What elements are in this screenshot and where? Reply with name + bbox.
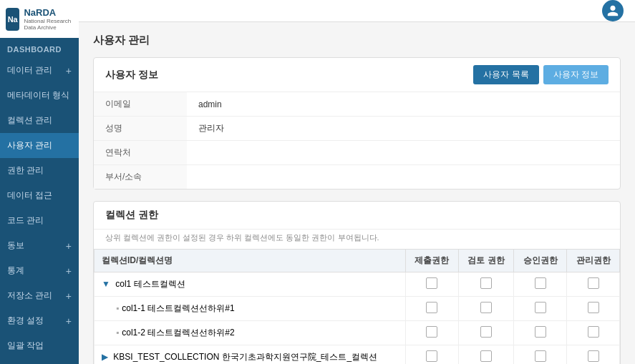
user-info-button[interactable]: 사용자 정보 — [543, 65, 609, 84]
manage-checkbox[interactable] — [588, 350, 599, 362]
review-checkbox[interactable] — [480, 302, 492, 313]
user-info-buttons: 사용자 목록 사용자 정보 — [473, 65, 609, 84]
dashboard-label: DASHBOARD — [0, 38, 79, 58]
table-row: 부서/소속 — [94, 165, 620, 190]
field-value-dept — [187, 165, 620, 190]
sidebar-item-user-management[interactable]: 사용자 관리 — [0, 133, 79, 158]
table-row: ▶ KBSI_TEST_COLLECTION 한국기초과학지원연구院_테스트_컬… — [94, 345, 620, 365]
field-label-name: 성명 — [94, 117, 187, 141]
page-title: 사용자 관리 — [93, 34, 621, 47]
table-row: ▪col1-1 테스트컬렉션선하위#1 — [94, 297, 620, 321]
collection-desc: 상위 컬렉션에 권한이 설정된 경우 하위 컬렉션에도 동일한 권한이 부여됩니… — [94, 230, 620, 249]
collection-name: KBSI_TEST_COLLECTION 한국기초과학지원연구院_테스트_컬렉션 — [111, 352, 377, 362]
field-value-name: 관리자 — [187, 117, 620, 141]
table-row: ▪col1-2 테스트컬렉션선하위#2 — [94, 321, 620, 345]
user-info-title: 사용자 정보 — [105, 69, 158, 82]
topbar — [79, 0, 635, 22]
user-list-button[interactable]: 사용자 목록 — [473, 65, 538, 84]
user-info-header: 사용자 정보 사용자 목록 사용자 정보 — [94, 58, 620, 92]
col-header-submit: 제출권한 — [405, 250, 458, 272]
user-info-section: 사용자 정보 사용자 목록 사용자 정보 이메일 admin 성명 관리자 연락… — [93, 57, 621, 190]
field-value-email: admin — [187, 92, 620, 117]
collection-child-name: col1-2 테스트컬렉션선하위#2 — [122, 328, 234, 338]
col-header-id: 컬렉션ID/컬렉션명 — [94, 250, 406, 272]
table-row: 이메일 admin — [94, 92, 620, 117]
collection-title: 컬렉션 권한 — [105, 209, 158, 222]
sidebar-item-notification[interactable]: 동보 + — [0, 233, 79, 258]
sidebar-item-statistics[interactable]: 통계 + — [0, 258, 79, 283]
sidebar-item-batch-job[interactable]: 일괄 작업 — [0, 333, 79, 358]
manage-checkbox[interactable] — [588, 277, 599, 289]
field-label-dept: 부서/소속 — [94, 165, 187, 190]
review-checkbox[interactable] — [480, 277, 492, 289]
collection-header: 컬렉션 권한 — [94, 202, 620, 230]
table-header-row: 컬렉션ID/컬렉션명 제출권한 검토 권한 승인권한 관리권한 — [94, 250, 620, 272]
sidebar-item-data-management[interactable]: 데이터 관리 + — [0, 58, 79, 83]
table-row: 성명 관리자 — [94, 117, 620, 141]
approve-checkbox[interactable] — [535, 326, 546, 338]
approve-checkbox[interactable] — [535, 350, 546, 362]
col-header-approve: 승인권한 — [514, 250, 567, 272]
plus-icon: + — [66, 265, 72, 277]
collection-table: 컬렉션ID/컬렉션명 제출권한 검토 권한 승인권한 관리권한 ▼ col1 테… — [94, 249, 620, 364]
logo: Na NaRDA National Research Data Archive — [0, 0, 79, 38]
logo-icon: Na — [6, 8, 19, 31]
field-label-email: 이메일 — [94, 92, 187, 117]
sidebar: Na NaRDA National Research Data Archive … — [0, 0, 79, 364]
logo-title: NaRDA — [24, 7, 73, 18]
submit-checkbox[interactable] — [426, 277, 437, 289]
submit-checkbox[interactable] — [426, 302, 437, 313]
submit-checkbox[interactable] — [426, 326, 437, 338]
submit-checkbox[interactable] — [426, 350, 437, 362]
user-avatar[interactable] — [602, 0, 624, 21]
sidebar-item-metadata-format[interactable]: 메타데이터 형식 — [0, 83, 79, 108]
collection-permission-section: 컬렉션 권한 상위 컬렉션에 권한이 설정된 경우 하위 컬렉션에도 동일한 권… — [93, 201, 621, 364]
plus-icon: + — [66, 240, 72, 252]
collection-child-name: col1-1 테스트컬렉션선하위#1 — [122, 303, 234, 313]
field-label-contact: 연락처 — [94, 141, 187, 165]
main-content: 사용자 관리 사용자 정보 사용자 목록 사용자 정보 이메일 admin 성명… — [79, 0, 635, 364]
file-icon: ▪ — [116, 303, 119, 313]
field-value-contact — [187, 141, 620, 165]
table-row: ▼ col1 테스트컬렉션 — [94, 272, 620, 297]
plus-icon: + — [66, 315, 72, 327]
plus-icon: + — [66, 290, 72, 302]
table-row: 연락처 — [94, 141, 620, 165]
sidebar-item-data-access[interactable]: 데이터 접근 — [0, 183, 79, 208]
sidebar-item-permission-management[interactable]: 권한 관리 — [0, 158, 79, 183]
expand-icon[interactable]: ▼ — [102, 279, 110, 289]
col-header-manage: 관리권한 — [567, 250, 620, 272]
manage-checkbox[interactable] — [588, 302, 599, 313]
review-checkbox[interactable] — [480, 326, 492, 338]
review-checkbox[interactable] — [480, 350, 492, 362]
sidebar-item-storage-management[interactable]: 저장소 관리 + — [0, 283, 79, 308]
page-content: 사용자 관리 사용자 정보 사용자 목록 사용자 정보 이메일 admin 성명… — [79, 22, 635, 364]
sidebar-item-environment-settings[interactable]: 환경 설정 + — [0, 308, 79, 333]
logo-subtitle: National Research Data Archive — [24, 18, 73, 31]
collection-name: col1 테스트컬렉션 — [113, 279, 185, 289]
approve-checkbox[interactable] — [535, 277, 546, 289]
sidebar-item-code-management[interactable]: 코드 관리 — [0, 208, 79, 233]
sidebar-item-collection-management[interactable]: 컬렉션 관리 — [0, 108, 79, 133]
user-info-table: 이메일 admin 성명 관리자 연락처 부서/소속 — [94, 92, 620, 189]
file-icon: ▪ — [116, 328, 119, 338]
expand-icon[interactable]: ▶ — [102, 352, 108, 362]
plus-icon: + — [66, 65, 72, 77]
approve-checkbox[interactable] — [535, 302, 546, 313]
manage-checkbox[interactable] — [588, 326, 599, 338]
col-header-review: 검토 권한 — [458, 250, 513, 272]
